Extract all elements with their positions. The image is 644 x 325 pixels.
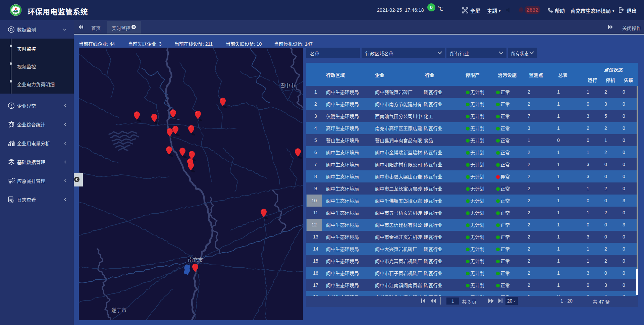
svg-text:南充市: 南充市	[188, 257, 203, 263]
svg-text:巴中市: 巴中市	[280, 83, 295, 88]
svg-text:遂宁市: 遂宁市	[111, 308, 126, 313]
